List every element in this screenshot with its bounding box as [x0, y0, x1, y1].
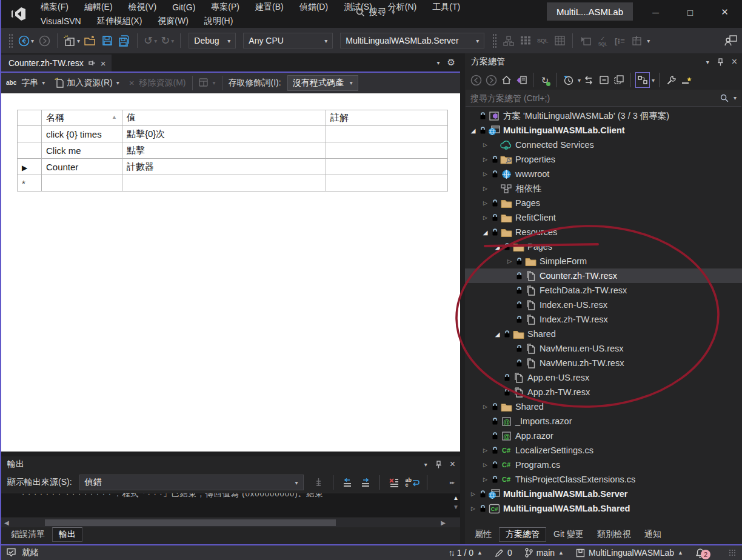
- tree-item-thisprojectclassextensions.cs[interactable]: ▷C#ThisProjectClassExtensions.cs: [465, 472, 742, 487]
- row-selector[interactable]: *: [18, 175, 42, 192]
- platform-select[interactable]: Any CPU▾: [243, 33, 333, 48]
- cell-name[interactable]: Click me: [42, 142, 122, 159]
- table-grid-button[interactable]: [552, 32, 567, 50]
- switch-views-button[interactable]: [514, 72, 529, 88]
- commits-sync-status[interactable]: ↑↓ 1 / 0 ▲: [449, 548, 483, 558]
- resize-grip[interactable]: [729, 549, 736, 556]
- scrollbar-thumb[interactable]: [45, 519, 336, 526]
- add-resource-button[interactable]: 加入資源(R): [67, 78, 112, 88]
- show-all-files-button[interactable]: [612, 72, 626, 88]
- save-button[interactable]: [99, 32, 115, 50]
- feedback-button[interactable]: [723, 32, 738, 50]
- menu-item-6[interactable]: 偵錯(D): [292, 2, 336, 13]
- pin-source-button[interactable]: [311, 473, 327, 492]
- track-active-button[interactable]: [635, 72, 650, 88]
- cell-name[interactable]: [42, 175, 122, 192]
- home-button[interactable]: [499, 72, 513, 88]
- tree-item-multilingualwasmlab.client[interactable]: ◢MultiLingualWASMLab.Client: [465, 123, 742, 138]
- tree-item-shared[interactable]: ◢Shared: [465, 327, 742, 341]
- tree-item-multilingualwasmlab.shared[interactable]: ▷C#MultiLingualWASMLab.Shared: [465, 501, 742, 516]
- expand-arrow-icon[interactable]: ▷: [481, 215, 490, 221]
- tool-tab-輸出[interactable]: 輸出: [52, 527, 82, 542]
- sql-button[interactable]: SQL: [535, 32, 550, 50]
- tree-item-app.razor[interactable]: @App.razor: [465, 428, 742, 443]
- nav-forward-button[interactable]: [36, 32, 52, 50]
- expand-arrow-icon[interactable]: ▷: [481, 185, 490, 192]
- row-selector[interactable]: [18, 126, 42, 142]
- output-horizontal-scrollbar[interactable]: ◀ ▶: [1, 518, 460, 527]
- tree-item--multilingualwasmlab-3-3-[interactable]: 方案 'MultiLingualWASMLab' (3 / 3 個專案): [465, 108, 742, 123]
- solution-search-input[interactable]: [470, 93, 717, 103]
- menu-item-4[interactable]: 專案(P): [203, 2, 247, 13]
- expand-arrow-icon[interactable]: ▷: [481, 171, 490, 177]
- output-source-select[interactable]: 偵錯 ▾: [79, 475, 304, 490]
- collapse-all-button[interactable]: [597, 72, 611, 88]
- tool-tab-方案總管[interactable]: 方案總管: [499, 527, 546, 542]
- scroll-right-arrow-icon[interactable]: ▶: [441, 519, 446, 527]
- menu-item-row2-1[interactable]: 延伸模組(X): [89, 16, 150, 27]
- expand-arrow-icon[interactable]: ▷: [469, 491, 478, 497]
- column-header-1[interactable]: 值: [122, 110, 326, 126]
- tree-item-localizersettings.cs[interactable]: ▷C#LocalizerSettings.cs: [465, 443, 742, 458]
- output-log[interactable]: · · · · · · · '· · · · · · · ·'：程式「· · ·…: [1, 493, 460, 517]
- sql-validate-button[interactable]: ✓SQL: [595, 32, 610, 50]
- cell-value[interactable]: 點擊: [122, 142, 326, 159]
- tree-item-navmenu.zh-tw.resx[interactable]: NavMenu.zh-TW.resx: [465, 356, 742, 370]
- cell-value[interactable]: 計數器: [122, 159, 326, 175]
- word-wrap-button[interactable]: abc: [404, 473, 421, 492]
- menu-item-3[interactable]: Git(G): [164, 2, 203, 12]
- cell-name[interactable]: click {0} times: [42, 126, 122, 142]
- menu-item-1[interactable]: 編輯(E): [76, 2, 121, 13]
- repository-status[interactable]: MultiLingualWASMLab ▲: [576, 548, 683, 558]
- menu-item-9[interactable]: 工具(T): [424, 2, 468, 13]
- pending-filter-button[interactable]: [561, 72, 576, 88]
- expand-arrow-icon[interactable]: ▷: [505, 258, 514, 264]
- toolbar-overflow-icon[interactable]: ▾: [647, 38, 650, 44]
- access-modifier-select[interactable]: 沒有程式碼產 ▾: [287, 75, 358, 91]
- tree-item-index.en-us.resx[interactable]: Index.en-US.resx: [465, 298, 742, 312]
- expand-arrow-icon[interactable]: ▷: [481, 447, 490, 453]
- save-all-button[interactable]: [116, 32, 132, 50]
- tree-item-connected-services[interactable]: ▷Connected Services: [465, 138, 742, 152]
- toolbar-grip[interactable]: [8, 33, 13, 48]
- menu-item-row2-2[interactable]: 視窗(W): [150, 16, 196, 27]
- tree-item-resources[interactable]: ◢Resources: [465, 225, 742, 239]
- redo-button[interactable]: ↻▾: [159, 32, 175, 50]
- close-icon[interactable]: ×: [101, 58, 106, 68]
- cell-comment[interactable]: [326, 175, 448, 192]
- expand-arrow-icon[interactable]: ▷: [481, 462, 490, 468]
- tree-item-fetchdata.zh-tw.resx[interactable]: FetchData.zh-TW.resx: [465, 283, 742, 298]
- collapse-arrow-icon[interactable]: ◢: [493, 331, 502, 338]
- new-query-button[interactable]: [629, 32, 644, 50]
- row-selector-header[interactable]: [18, 110, 42, 126]
- collapse-arrow-icon[interactable]: ◢: [481, 229, 490, 236]
- tool-tab-通知[interactable]: 通知: [638, 527, 667, 542]
- menu-item-row2-0[interactable]: VisualSVN: [33, 16, 89, 26]
- background-tasks-icon[interactable]: [6, 548, 16, 558]
- resource-view-dropdown[interactable]: 字串: [21, 78, 38, 88]
- expand-arrow-icon[interactable]: ▷: [481, 404, 490, 410]
- prev-message-button[interactable]: [339, 473, 355, 492]
- tree-item-multilingualwasmlab.server[interactable]: ▷MultiLingualWASMLab.Server: [465, 487, 742, 501]
- tree-item-simpleform[interactable]: ▷SimpleForm: [465, 254, 742, 268]
- tree-item-_imports.razor[interactable]: @_Imports.razor: [465, 414, 742, 428]
- column-grid-button[interactable]: [518, 32, 533, 50]
- column-header-2[interactable]: 註解: [326, 110, 448, 126]
- pin-icon[interactable]: [717, 58, 724, 66]
- minimize-button[interactable]: ─: [638, 0, 673, 24]
- maximize-button[interactable]: □: [673, 0, 707, 24]
- cell-comment[interactable]: [326, 142, 448, 159]
- refresh-button[interactable]: ↻: [538, 72, 552, 88]
- run-object-button[interactable]: [578, 32, 593, 50]
- row-selector[interactable]: [18, 142, 42, 159]
- nav-back-button[interactable]: ▾: [17, 32, 35, 50]
- tool-tab-屬性[interactable]: 屬性: [469, 527, 498, 542]
- cell-value[interactable]: [122, 175, 326, 192]
- toolbar-overflow-icon[interactable]: ▸▸: [450, 479, 454, 485]
- expand-arrow-icon[interactable]: ▷: [481, 476, 490, 482]
- collapse-arrow-icon[interactable]: ◢: [469, 127, 478, 134]
- tree-item-index.zh-tw.resx[interactable]: Index.zh-TW.resx: [465, 312, 742, 327]
- expand-arrow-icon[interactable]: ▷: [481, 142, 490, 148]
- expand-arrow-icon[interactable]: ▷: [469, 505, 478, 512]
- cell-comment[interactable]: [326, 126, 448, 142]
